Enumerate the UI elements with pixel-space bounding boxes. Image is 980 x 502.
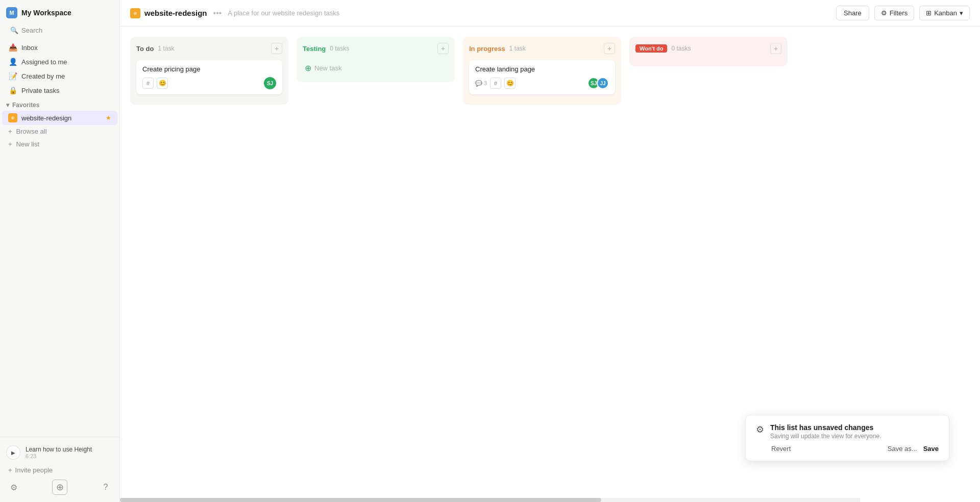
share-button[interactable]: Share (836, 6, 869, 20)
column-wontdo: Won't do 0 tasks + (629, 37, 788, 66)
new-task-label: New task (314, 64, 341, 72)
new-list-button[interactable]: + New list (2, 138, 117, 150)
sidebar-bottom: ▶ Learn how to use Height 6:23 + Invite … (0, 437, 119, 502)
task-meta-landing: 💬 3 # 😊 SJ JJ (475, 77, 609, 89)
filters-label: Filters (890, 9, 908, 17)
horizontal-scrollbar[interactable] (120, 498, 860, 502)
search-icon: 🔍 (10, 27, 18, 34)
column-wontdo-add-button[interactable]: + (770, 43, 781, 54)
emoji-tag-landing: 😊 (504, 78, 516, 89)
inbox-icon: 📥 (8, 43, 17, 52)
search-label: Search (21, 27, 42, 34)
avatar-jj-landing: JJ (597, 77, 609, 89)
column-todo: To do 1 task + Create pricing page # 😊 S… (130, 37, 288, 105)
avatar-sj: SJ (264, 77, 276, 89)
learn-time: 6:23 (26, 453, 92, 459)
unsaved-changes-toast: ⚙ This list has unsaved changes Saving w… (745, 415, 949, 461)
new-list-label: New list (16, 140, 40, 148)
created-label: Created by me (21, 72, 65, 80)
task-meta: # 😊 SJ (142, 77, 276, 89)
sidebar: M My Workspace 🔍 Search 📥 Inbox 👤 Assign… (0, 0, 120, 502)
toast-header: ⚙ This list has unsaved changes Saving w… (756, 423, 939, 440)
task-title: Create pricing page (142, 65, 276, 73)
created-icon: 📝 (8, 72, 17, 80)
favorites-label: Favorites (12, 102, 39, 109)
workspace-label: My Workspace (21, 9, 71, 17)
workspace-icon: M (6, 7, 17, 18)
new-list-plus-icon: + (8, 140, 12, 148)
tag-icon: # (142, 78, 154, 89)
invite-button[interactable]: + Invite people (2, 464, 117, 476)
column-todo-add-button[interactable]: + (271, 43, 282, 54)
topbar: ⊕ website-redesign ••• A place for our w… (120, 0, 980, 27)
column-wontdo-count: 0 tasks (671, 45, 691, 52)
new-task-button[interactable]: ⊕ New task (303, 60, 449, 76)
footer-icons: ⚙ ⊕ ? (0, 476, 119, 498)
column-inprogress: In progress 1 task + Create landing page… (463, 37, 621, 105)
kanban-chevron: ▾ (960, 9, 963, 17)
learn-button[interactable]: ▶ Learn how to use Height 6:23 (0, 441, 119, 464)
invite-label: Invite people (15, 466, 53, 474)
favorites-section[interactable]: ▾ Favorites (0, 97, 119, 111)
filters-icon: ⚙ (881, 9, 887, 17)
sidebar-item-private[interactable]: 🔒 Private tasks (2, 83, 117, 97)
comment-count: 💬 3 (475, 80, 487, 87)
column-inprogress-header: In progress 1 task + (469, 43, 615, 54)
column-testing: Testing 0 tasks + ⊕ New task (297, 37, 455, 82)
help-button[interactable]: ? (98, 480, 113, 495)
invite-plus-icon: + (8, 466, 12, 474)
column-testing-count: 0 tasks (330, 45, 349, 52)
topbar-description: A place for our website redesign tasks (228, 9, 339, 17)
save-button[interactable]: Save (923, 445, 939, 453)
topbar-right: Share ⚙ Filters ⊞ Kanban ▾ (836, 6, 970, 20)
column-inprogress-title: In progress (469, 45, 505, 53)
more-options-button[interactable]: ••• (211, 8, 224, 19)
toast-icon: ⚙ (756, 424, 764, 435)
column-testing-title: Testing (303, 45, 326, 53)
learn-label: Learn how to use Height (26, 446, 92, 453)
column-wontdo-badge: Won't do (635, 44, 667, 53)
emoji-tag: 😊 (157, 78, 168, 89)
tag-icon-landing: # (490, 78, 501, 89)
add-button[interactable]: ⊕ (52, 480, 67, 495)
topbar-title: website-redesign (144, 9, 207, 17)
sidebar-item-website-redesign[interactable]: ⊕ website-redesign ★ (2, 111, 117, 125)
column-inprogress-count: 1 task (509, 45, 526, 52)
sidebar-item-created[interactable]: 📝 Created by me (2, 69, 117, 83)
task-card-create-landing[interactable]: Create landing page 💬 3 # 😊 SJ JJ (469, 60, 615, 94)
kanban-button[interactable]: ⊞ Kanban ▾ (919, 6, 970, 20)
filters-button[interactable]: ⚙ Filters (874, 6, 914, 20)
column-inprogress-add-button[interactable]: + (604, 43, 615, 54)
save-as-button[interactable]: Save as... (888, 445, 917, 453)
lock-icon: 🔒 (8, 86, 17, 94)
topbar-left: ⊕ website-redesign ••• A place for our w… (130, 8, 339, 19)
kanban-label: Kanban (934, 9, 957, 17)
column-todo-header: To do 1 task + (136, 43, 282, 54)
list-icon: ⊕ (8, 113, 17, 122)
plus-icon: + (8, 128, 12, 135)
browse-all-label: Browse all (16, 128, 47, 135)
toast-title: This list has unsaved changes (770, 423, 881, 432)
comment-number: 3 (484, 80, 487, 86)
settings-button[interactable]: ⚙ (6, 480, 21, 495)
comment-icon: 💬 (475, 80, 482, 87)
toast-subtitle: Saving will update the view for everyone… (770, 433, 881, 440)
kanban-icon: ⊞ (926, 9, 932, 17)
star-icon: ★ (106, 114, 111, 121)
sidebar-item-inbox[interactable]: 📥 Inbox (2, 40, 117, 55)
scrollbar-thumb (120, 498, 601, 502)
revert-button[interactable]: Revert (771, 445, 791, 453)
assigned-icon: 👤 (8, 58, 17, 66)
task-card-create-pricing[interactable]: Create pricing page # 😊 SJ (136, 60, 282, 94)
task-title-landing: Create landing page (475, 65, 609, 73)
workspace-header[interactable]: M My Workspace (0, 0, 119, 23)
assigned-label: Assigned to me (21, 58, 67, 66)
website-redesign-label: website-redesign (21, 114, 71, 122)
sidebar-item-assigned[interactable]: 👤 Assigned to me (2, 55, 117, 69)
new-task-plus-icon: ⊕ (305, 63, 311, 73)
column-testing-add-button[interactable]: + (437, 43, 449, 54)
column-wontdo-header: Won't do 0 tasks + (635, 43, 781, 54)
search-button[interactable]: 🔍 Search (5, 23, 114, 37)
inbox-label: Inbox (21, 44, 38, 52)
browse-all-button[interactable]: + Browse all (2, 125, 117, 138)
